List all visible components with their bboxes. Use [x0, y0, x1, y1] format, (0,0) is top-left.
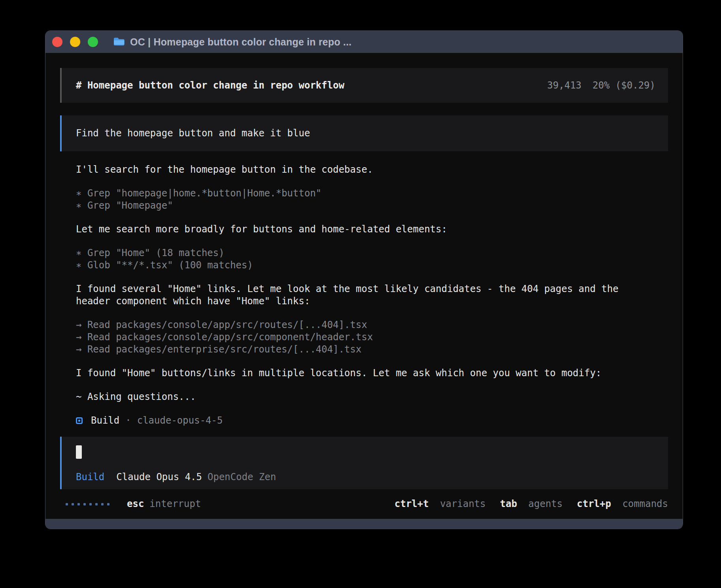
- input-status-line: Build Claude Opus 4.5 OpenCode Zen: [76, 471, 654, 483]
- active-agent-label: Build: [76, 471, 104, 483]
- session-stats: 39,413 20% ($0.29): [547, 79, 655, 92]
- assistant-text-ask: I found "Home" buttons/links in multiple…: [76, 367, 668, 379]
- spinner-dot: [72, 503, 74, 505]
- assistant-text-broader: Let me search more broadly for buttons a…: [76, 223, 668, 236]
- spinner-dot: [107, 503, 109, 505]
- window-titlebar[interactable]: OC | Homepage button color change in rep…: [45, 31, 683, 53]
- candidates-line-1: I found several "Home" links. Let me loo…: [76, 283, 668, 295]
- shortcut-agents-key: tab: [500, 498, 517, 509]
- tool-call-group-2: ∗ Grep "Home" (18 matches) ∗ Glob "**/*.…: [76, 247, 668, 271]
- tool-call-grep-2: ∗ Grep "Homepage": [76, 200, 668, 212]
- close-button[interactable]: [52, 37, 62, 47]
- context-percent-cost: 20% ($0.29): [593, 79, 655, 92]
- traffic-lights: [52, 37, 98, 47]
- spinner-dot: [89, 503, 92, 505]
- tool-call-read-2: → Read packages/console/app/src/componen…: [76, 331, 668, 343]
- fullscreen-button[interactable]: [88, 37, 98, 47]
- agent-icon: [76, 417, 83, 424]
- agent-separator: ·: [125, 415, 131, 427]
- shortcut-agents-label: agents: [528, 498, 563, 509]
- agent-status-row: Build · claude-opus-4-5: [76, 415, 668, 427]
- window-bottom-edge: [45, 519, 683, 529]
- folder-icon: [113, 36, 125, 47]
- shortcut-commands-label: commands: [622, 498, 668, 509]
- shortcut-commands-key: ctrl+p: [577, 498, 611, 509]
- terminal-window: OC | Homepage button color change in rep…: [45, 31, 683, 529]
- active-model-label: Claude Opus 4.5: [116, 471, 202, 483]
- status-bar: esc interrupt ctrl+t variants tab agents…: [60, 498, 668, 510]
- prompt-input[interactable]: Build Claude Opus 4.5 OpenCode Zen: [60, 437, 668, 489]
- shortcut-commands: ctrl+p commands: [577, 498, 668, 510]
- token-count: 39,413: [547, 79, 581, 92]
- assistant-text-candidates: I found several "Home" links. Let me loo…: [76, 283, 668, 307]
- shortcut-variants-key: ctrl+t: [394, 498, 429, 509]
- assistant-text-intro: I'll search for the homepage button in t…: [76, 164, 668, 176]
- shortcut-variants: ctrl+t variants: [394, 498, 486, 510]
- agent-model: claude-opus-4-5: [137, 415, 223, 427]
- tool-call-read-1: → Read packages/console/app/src/routes/[…: [76, 319, 668, 331]
- tool-call-glob: ∗ Glob "**/*.tsx" (100 matches): [76, 259, 668, 271]
- session-title: # Homepage button color change in repo w…: [76, 79, 344, 92]
- interrupt-label: interrupt: [149, 498, 201, 510]
- spinner-dots: [66, 503, 109, 505]
- tool-call-group-reads: → Read packages/console/app/src/routes/[…: [76, 319, 668, 356]
- text-cursor: [76, 445, 82, 459]
- spinner-dot: [95, 503, 98, 505]
- window-title: OC | Homepage button color change in rep…: [130, 36, 351, 48]
- agent-name: Build: [91, 415, 119, 427]
- terminal-content: # Homepage button color change in repo w…: [45, 53, 683, 519]
- user-message-block: Find the homepage button and make it blu…: [60, 115, 668, 151]
- model-provider-label: OpenCode Zen: [208, 471, 276, 483]
- spinner-dot: [83, 503, 86, 505]
- candidates-line-2: header component which have "Home" links…: [76, 295, 668, 307]
- shortcut-variants-label: variants: [440, 498, 486, 509]
- assistant-status-asking: ~ Asking questions...: [76, 391, 668, 403]
- user-message-text: Find the homepage button and make it blu…: [76, 127, 310, 139]
- spinner-dot: [101, 503, 104, 505]
- tool-call-group-1: ∗ Grep "homepage|home.*button|Home.*butt…: [76, 187, 668, 212]
- tool-call-grep-1: ∗ Grep "homepage|home.*button|Home.*butt…: [76, 187, 668, 200]
- minimize-button[interactable]: [70, 37, 80, 47]
- spinner-dot: [66, 503, 68, 505]
- status-bar-left: esc interrupt: [60, 498, 201, 510]
- tool-call-read-3: → Read packages/enterprise/src/routes/[.…: [76, 343, 668, 356]
- keyboard-shortcuts: ctrl+t variants tab agents ctrl+p comman…: [380, 498, 668, 510]
- session-header: # Homepage button color change in repo w…: [60, 68, 668, 103]
- tool-call-grep-3: ∗ Grep "Home" (18 matches): [76, 247, 668, 259]
- shortcut-agents: tab agents: [500, 498, 563, 510]
- interrupt-key: esc: [127, 498, 144, 510]
- spinner-dot: [77, 503, 80, 505]
